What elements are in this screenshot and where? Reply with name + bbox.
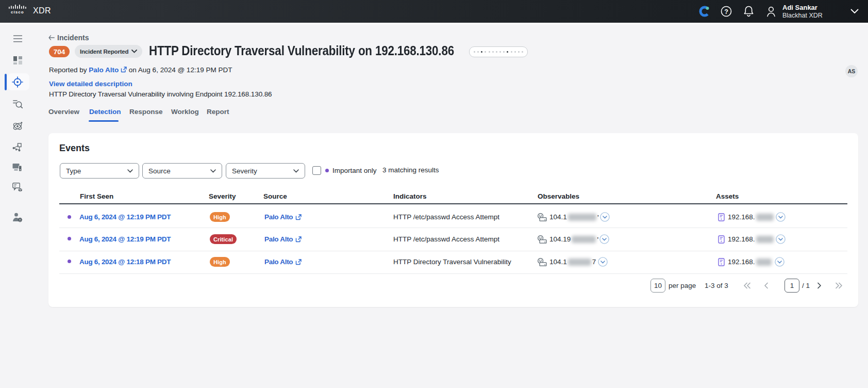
svg-text:?: ? (724, 8, 728, 15)
svg-text:cisco: cisco (11, 10, 24, 14)
